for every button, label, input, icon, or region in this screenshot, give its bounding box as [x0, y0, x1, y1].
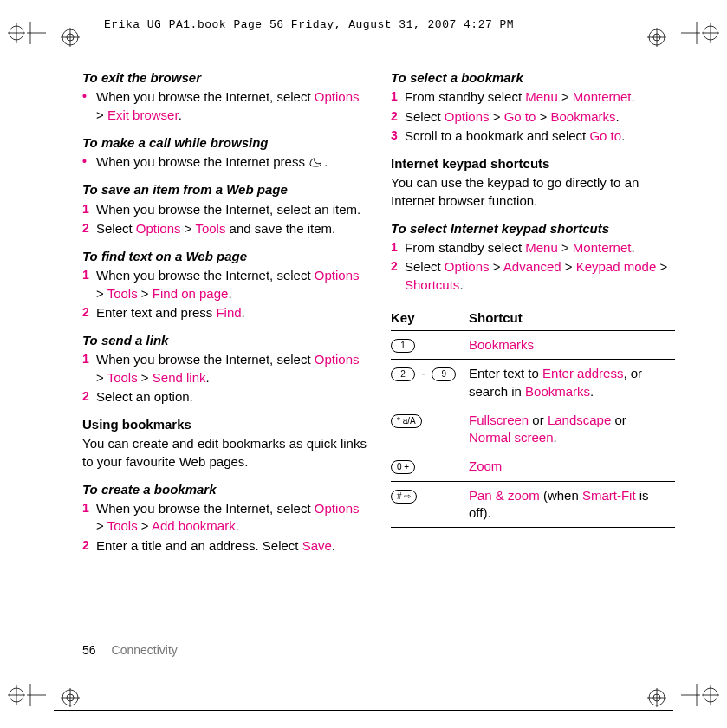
list-item-text: When you browse the Internet, select Opt…	[96, 351, 367, 387]
step-number: 2	[391, 108, 405, 125]
list-item: 1 From standby select Menu > Monternet.	[391, 239, 675, 257]
key-cell: # ⇨	[391, 481, 469, 528]
footer-rule	[54, 699, 673, 711]
list-item: 2 Select Options > Tools and save the it…	[82, 220, 367, 237]
list-item: 2 Select an option.	[82, 388, 367, 406]
shortcut-cell: Enter text to Enter address, or search i…	[469, 360, 675, 406]
key-cell: 0 +	[391, 452, 469, 481]
list-item-text: Enter a title and an address. Select Sav…	[96, 537, 367, 555]
key-icon: # ⇨	[391, 490, 417, 504]
list-item-text: Enter text and press Find.	[96, 304, 367, 322]
registration-mark-bottom-left	[61, 688, 80, 707]
bullet-icon: •	[82, 153, 96, 170]
call-icon	[308, 155, 324, 167]
crop-mark-top-right	[678, 17, 722, 49]
shortcut-cell: Pan & zoom (when Smart-Fit is off).	[469, 481, 675, 528]
list-item-text: When you browse the Internet press .	[96, 153, 367, 171]
list-item: 2 Select Options > Advanced > Keypad mod…	[391, 258, 675, 294]
bullet-icon: •	[82, 88, 96, 105]
crop-mark-bottom-right	[678, 679, 722, 711]
left-column: To exit the browser • When you browse th…	[82, 69, 367, 556]
key-cell: 1	[391, 331, 469, 360]
key-icon: 2	[391, 367, 415, 381]
list-item-text: When you browse the Internet, select Opt…	[96, 500, 367, 536]
shortcut-cell: Fullscreen or Landscape or Normal screen…	[469, 406, 675, 452]
list-item-text: Scroll to a bookmark and select Go to.	[405, 127, 675, 145]
table-row: # ⇨ Pan & zoom (when Smart-Fit is off).	[391, 481, 675, 528]
list-item: 1 When you browse the Internet, select O…	[82, 500, 367, 536]
list-item-text: From standby select Menu > Monternet.	[405, 239, 675, 257]
print-header: Erika_UG_PA1.book Page 56 Friday, August…	[0, 17, 727, 49]
list-item-text: Select Options > Advanced > Keypad mode …	[405, 258, 675, 294]
key-icon: 0 +	[391, 460, 415, 474]
crop-mark-top-left	[5, 17, 49, 49]
page-content: To exit the browser • When you browse th…	[82, 69, 675, 659]
heading-send-link: To send a link	[82, 332, 367, 349]
key-cell: * a/A	[391, 406, 469, 452]
list-item-text: Select an option.	[96, 388, 367, 406]
header-stamp: Erika_UG_PA1.book Page 56 Friday, August…	[104, 17, 519, 33]
paragraph: You can create and edit bookmarks as qui…	[82, 435, 367, 471]
list-item-text: When you browse the Internet, select Opt…	[96, 88, 367, 124]
heading-make-call: To make a call while browsing	[82, 134, 367, 152]
shortcut-cell: Bookmarks	[469, 331, 675, 360]
step-number: 1	[82, 201, 96, 218]
list-item-text: When you browse the Internet, select an …	[96, 201, 367, 218]
list-item: 2 Enter a title and an address. Select S…	[82, 537, 367, 555]
list-item-text: Select Options > Go to > Bookmarks.	[405, 108, 675, 126]
list-item: 1 When you browse the Internet, select a…	[82, 201, 367, 218]
shortcuts-table: Key Shortcut 1 Bookmarks 2 - 9 Ente	[391, 306, 675, 528]
heading-select-bookmark: To select a bookmark	[391, 69, 675, 87]
list-item-text: From standby select Menu > Monternet.	[405, 88, 675, 106]
step-number: 3	[391, 127, 405, 144]
list-item: 1 From standby select Menu > Monternet.	[391, 88, 675, 106]
list-item-text: Select Options > Tools and save the item…	[96, 220, 367, 237]
list-item: 1 When you browse the Internet, select O…	[82, 351, 367, 387]
registration-mark-bottom-right	[647, 688, 666, 707]
step-number: 1	[82, 500, 96, 517]
registration-mark-right	[647, 28, 666, 47]
step-number: 1	[82, 267, 96, 283]
crop-mark-bottom-left	[5, 679, 49, 711]
list-item: 2 Select Options > Go to > Bookmarks.	[391, 108, 675, 126]
step-number: 1	[82, 351, 96, 367]
step-number: 1	[391, 239, 405, 256]
step-number: 2	[82, 304, 96, 321]
paragraph: You can use the keypad to go directly to…	[391, 174, 675, 210]
heading-save-item: To save an item from a Web page	[82, 181, 367, 198]
key-icon: 1	[391, 339, 415, 353]
page-footer: 56Connectivity	[82, 642, 178, 659]
step-number: 1	[391, 88, 405, 105]
list-item: 2 Enter text and press Find.	[82, 304, 367, 322]
print-footer	[0, 679, 727, 711]
step-number: 2	[82, 388, 96, 405]
right-column: To select a bookmark 1 From standby sele…	[391, 69, 675, 556]
shortcut-cell: Zoom	[469, 452, 675, 481]
heading-select-keypad-shortcuts: To select Internet keypad shortcuts	[391, 220, 675, 237]
subheading-keypad-shortcuts: Internet keypad shortcuts	[391, 155, 675, 172]
table-header-key: Key	[391, 306, 469, 331]
heading-create-bookmark: To create a bookmark	[82, 481, 367, 498]
list-item: 3 Scroll to a bookmark and select Go to.	[391, 127, 675, 145]
key-icon: * a/A	[391, 414, 422, 428]
subheading-using-bookmarks: Using bookmarks	[82, 416, 367, 433]
step-number: 2	[82, 220, 96, 237]
table-row: 0 + Zoom	[391, 452, 675, 481]
list-item: 1 When you browse the Internet, select O…	[82, 267, 367, 302]
list-item-text: When you browse the Internet, select Opt…	[96, 267, 367, 302]
step-number: 2	[391, 258, 405, 275]
step-number: 2	[82, 537, 96, 554]
table-header-shortcut: Shortcut	[469, 306, 675, 331]
list-item: • When you browse the Internet, select O…	[82, 88, 367, 124]
list-item: • When you browse the Internet press .	[82, 153, 367, 171]
heading-exit-browser: To exit the browser	[82, 69, 367, 87]
page-number: 56	[82, 643, 96, 657]
registration-mark-left	[61, 28, 80, 47]
key-cell: 2 - 9	[391, 360, 469, 406]
table-row: 1 Bookmarks	[391, 331, 675, 360]
table-row: 2 - 9 Enter text to Enter address, or se…	[391, 360, 675, 406]
table-row: * a/A Fullscreen or Landscape or Normal …	[391, 406, 675, 452]
section-name: Connectivity	[112, 643, 178, 657]
heading-find-text: To find text on a Web page	[82, 248, 367, 265]
key-icon: 9	[432, 367, 456, 381]
